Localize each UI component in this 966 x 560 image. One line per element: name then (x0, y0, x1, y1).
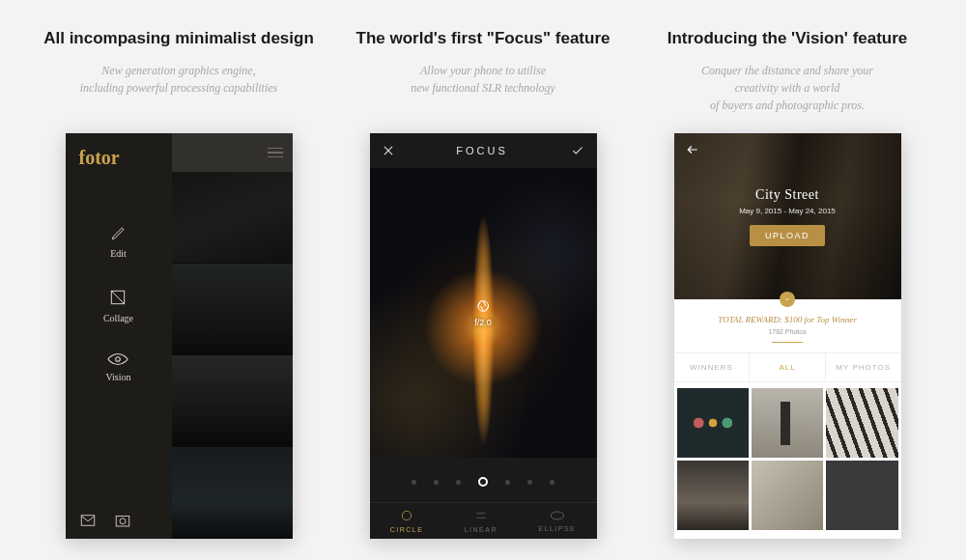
mode-label: LINEAR (465, 526, 497, 533)
sidebar-item-collage[interactable]: Collage (103, 288, 133, 323)
mode-ellipse[interactable]: ELLIPSE (538, 510, 576, 532)
back-arrow-icon (684, 143, 701, 156)
slider-tick (456, 480, 461, 485)
linear-icon (474, 509, 488, 522)
expand-chip[interactable] (780, 292, 795, 307)
sidebar-item-label: Edit (110, 248, 127, 259)
sidebar-footer (66, 502, 172, 539)
svg-point-4 (120, 518, 126, 524)
photo-count: 1782 Photos (674, 328, 901, 343)
panel-subtitle: New generation graphics engine, includin… (80, 62, 278, 114)
aperture-icon (475, 298, 491, 314)
panel-focus: The world's first "Focus" feature Allow … (343, 29, 623, 560)
grid-thumb[interactable] (677, 388, 749, 458)
editor-canvas[interactable]: f/2.0 (370, 168, 597, 458)
panel-subtitle: Conquer the distance and share your crea… (701, 62, 873, 114)
slider-tick (434, 480, 439, 485)
collage-icon (108, 288, 128, 307)
panel-title: All incompasing minimalist design (43, 29, 314, 48)
svg-point-6 (402, 511, 411, 519)
svg-rect-2 (81, 516, 95, 526)
panel-vision: Introducing the 'Vision' feature Conquer… (647, 29, 927, 560)
svg-point-7 (551, 512, 563, 519)
mode-circle[interactable]: CIRCLE (390, 509, 424, 533)
sidebar-item-label: Vision (105, 372, 130, 382)
feed-thumb[interactable] (172, 355, 293, 447)
sidebar-item-edit[interactable]: Edit (109, 223, 128, 259)
contest-title: City Street (755, 187, 819, 203)
photo-feed (172, 133, 293, 539)
grid-thumb[interactable] (677, 461, 749, 530)
subtitle-line: including powerful processing capabiliti… (80, 81, 278, 95)
close-icon[interactable] (382, 144, 395, 157)
check-icon[interactable] (570, 144, 585, 157)
phone-mock-vision: City Street May 9, 2015 - May 24, 2015 U… (674, 133, 901, 539)
reward-text: TOTAL REWARD: $100 for Top Winner (674, 315, 901, 324)
eye-icon (107, 352, 128, 366)
slider-tick (412, 480, 416, 485)
phone-mock-focus: FOCUS f/2.0 CIRCLE LINEAR (370, 133, 597, 539)
sidebar: fotor Edit Collage Vision (66, 133, 172, 539)
panel-minimalist: All incompasing minimalist design New ge… (39, 29, 319, 560)
feed-thumb[interactable] (172, 264, 293, 355)
aperture-label: f/2.0 (474, 318, 492, 327)
feed-header (172, 133, 293, 172)
slider-tick (527, 480, 532, 485)
subtitle-line: Conquer the distance and share your (701, 64, 873, 77)
slider-handle[interactable] (478, 477, 488, 487)
camera-icon[interactable] (114, 512, 131, 529)
editor-header: FOCUS (370, 133, 597, 168)
subtitle-line: new functional SLR technology (411, 81, 555, 95)
contest-hero: City Street May 9, 2015 - May 24, 2015 U… (674, 133, 901, 299)
feed-thumb[interactable] (172, 447, 293, 539)
subtitle-line: Allow your phone to utilise (420, 64, 546, 77)
grid-thumb[interactable] (752, 388, 823, 458)
feed-thumb[interactable] (172, 172, 293, 264)
slider-tick (505, 480, 510, 485)
grid-thumb[interactable] (826, 388, 897, 458)
photo-grid (674, 388, 901, 530)
upload-button[interactable]: UPLOAD (750, 225, 825, 246)
menu-icon[interactable] (268, 148, 283, 158)
focus-mode-row: CIRCLE LINEAR ELLIPSE (370, 502, 597, 539)
app-logo: fotor (66, 133, 172, 169)
slider-tick (550, 480, 554, 485)
tab-all[interactable]: ALL (750, 353, 826, 381)
subtitle-line: of buyers and photographic pros. (710, 98, 865, 112)
contest-tabs: WINNERS ALL MY PHOTOS (674, 352, 901, 382)
subtitle-line: New generation graphics engine, (101, 64, 255, 77)
panel-subtitle: Allow your phone to utilise new function… (411, 62, 555, 114)
aperture-indicator: f/2.0 (474, 298, 492, 327)
contest-dates: May 9, 2015 - May 24, 2015 (739, 207, 836, 215)
mode-linear[interactable]: LINEAR (465, 509, 497, 533)
ellipse-icon (550, 510, 565, 521)
panel-title: Introducing the 'Vision' feature (668, 29, 908, 48)
grid-thumb[interactable] (752, 461, 823, 530)
circle-icon (400, 509, 413, 522)
intensity-slider[interactable] (370, 467, 597, 496)
mode-label: ELLIPSE (538, 525, 576, 532)
sidebar-item-vision[interactable]: Vision (105, 352, 130, 382)
sidebar-nav: Edit Collage Vision (66, 223, 172, 382)
svg-rect-3 (116, 517, 129, 527)
tab-winners[interactable]: WINNERS (674, 353, 751, 381)
tab-my-photos[interactable]: MY PHOTOS (826, 353, 901, 381)
svg-point-1 (116, 357, 121, 362)
subtitle-line: creativity with a world (735, 81, 840, 95)
chevron-down-icon (783, 295, 791, 303)
mode-label: CIRCLE (390, 526, 424, 533)
phone-mock-home: fotor Edit Collage Vision (66, 133, 293, 539)
mail-icon[interactable] (79, 512, 97, 529)
panel-title: The world's first "Focus" feature (356, 29, 611, 48)
editor-header-title: FOCUS (456, 145, 508, 156)
back-button[interactable] (684, 143, 701, 160)
sidebar-item-label: Collage (103, 313, 133, 323)
pencil-icon (109, 223, 128, 242)
grid-thumb[interactable] (826, 461, 897, 530)
